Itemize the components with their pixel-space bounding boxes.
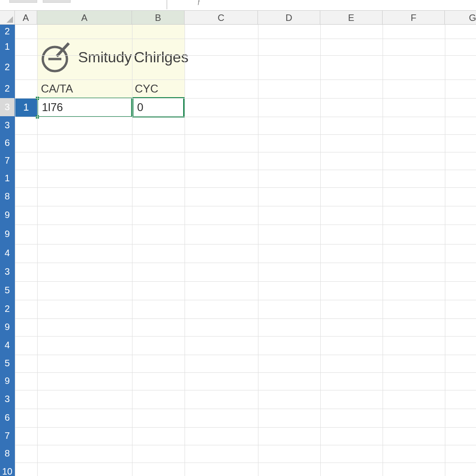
gridline bbox=[15, 117, 476, 117]
gridline bbox=[15, 463, 476, 463]
row-header[interactable]: 8 bbox=[0, 445, 15, 463]
gridline bbox=[15, 79, 476, 80]
row-header[interactable]: 3 bbox=[0, 98, 15, 117]
gridline bbox=[15, 170, 476, 170]
gridline bbox=[15, 55, 476, 56]
row-header[interactable]: 9 bbox=[0, 372, 15, 390]
row-header[interactable]: 7 bbox=[0, 427, 15, 445]
gridline bbox=[15, 336, 476, 337]
row-header[interactable]: 2 bbox=[0, 25, 15, 39]
column-header[interactable]: A bbox=[15, 11, 37, 25]
column-header[interactable]: E bbox=[320, 11, 383, 25]
row-header[interactable]: 4 bbox=[0, 336, 15, 355]
column-header[interactable]: D bbox=[258, 11, 320, 25]
check-circle-icon bbox=[40, 40, 74, 76]
gridline bbox=[15, 225, 476, 225]
row-header[interactable]: 6 bbox=[0, 134, 15, 152]
row-header[interactable]: 4 bbox=[0, 244, 15, 263]
gridline bbox=[15, 244, 476, 245]
row-header[interactable]: 2 bbox=[0, 79, 15, 98]
formula-bar-fx-icon[interactable]: ƒ bbox=[197, 0, 201, 6]
gridline bbox=[15, 187, 476, 188]
select-all-corner[interactable] bbox=[0, 11, 15, 25]
gridline bbox=[15, 263, 476, 263]
toolbar-stub: ƒ bbox=[0, 0, 476, 10]
row-header[interactable]: 6 bbox=[0, 409, 15, 427]
column-header[interactable]: C bbox=[185, 11, 258, 25]
column-header[interactable]: G bbox=[445, 11, 476, 25]
gridline bbox=[15, 39, 476, 39]
row-header[interactable]: 2 bbox=[0, 300, 15, 318]
spreadsheet-grid[interactable]: Smitudy Chirlges CA/TA CYC 1 1l76 0 AABC… bbox=[0, 10, 476, 476]
subheader-a: CA/TA bbox=[41, 82, 73, 95]
gridline bbox=[15, 409, 476, 409]
cell-b-value[interactable]: 0 bbox=[132, 97, 185, 118]
gridline bbox=[15, 445, 476, 445]
row-index-cell[interactable]: 1 bbox=[15, 98, 37, 117]
row-header[interactable]: 10 bbox=[0, 463, 15, 476]
row-header[interactable]: 5 bbox=[0, 355, 15, 372]
row-header[interactable]: 8 bbox=[0, 187, 15, 206]
row-header[interactable]: 7 bbox=[0, 152, 15, 170]
row-header[interactable]: 3 bbox=[0, 390, 15, 409]
gridline bbox=[15, 372, 476, 373]
row-header[interactable]: 1 bbox=[0, 170, 15, 187]
row-header[interactable]: 5 bbox=[0, 281, 15, 300]
gridline bbox=[15, 318, 476, 319]
row-header[interactable]: 9 bbox=[0, 206, 15, 225]
gridline bbox=[15, 281, 476, 282]
gridline bbox=[15, 427, 476, 428]
cell-a-value[interactable]: 1l76 bbox=[37, 98, 132, 117]
row-header[interactable]: 3 bbox=[0, 263, 15, 281]
row-header[interactable]: 9 bbox=[0, 225, 15, 244]
gridline bbox=[15, 390, 476, 390]
row-header[interactable]: 3 bbox=[0, 117, 15, 134]
header-title-a: Smitudy bbox=[78, 49, 132, 66]
subheader-b: CYC bbox=[135, 82, 159, 95]
row-header[interactable]: 9 bbox=[0, 318, 15, 336]
gridline bbox=[15, 152, 476, 152]
gridline bbox=[15, 206, 476, 206]
gridline bbox=[15, 300, 476, 300]
column-header[interactable]: F bbox=[383, 11, 445, 25]
header-title-b: Chirlges bbox=[134, 49, 188, 66]
column-header[interactable]: B bbox=[132, 11, 185, 25]
gridline bbox=[15, 355, 476, 355]
toolbar-separator bbox=[166, 0, 167, 9]
gridline bbox=[15, 98, 476, 99]
row-header[interactable]: 2 bbox=[0, 55, 15, 79]
column-header[interactable]: A bbox=[37, 11, 132, 25]
gridline bbox=[15, 134, 476, 135]
toolbar-button[interactable] bbox=[9, 0, 37, 3]
row-header[interactable]: 1 bbox=[0, 39, 15, 55]
toolbar-button[interactable] bbox=[43, 0, 71, 3]
